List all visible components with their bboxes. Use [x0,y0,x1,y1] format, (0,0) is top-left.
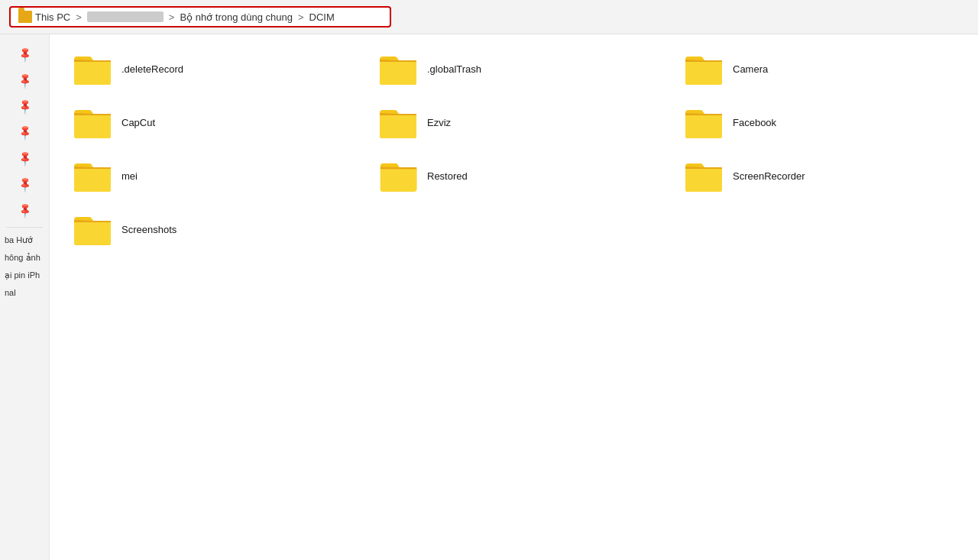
pin-icon-3: 📌 [16,98,34,115]
sidebar-pin-6[interactable]: 📌 [11,173,38,195]
folder-icon-restored [378,159,418,193]
sep-3: > [298,11,304,23]
folder-name-deleteRecord: .deleteRecord [121,63,183,75]
folder-name-screenrecorder: ScreenRecorder [733,170,805,182]
address-bar-wrapper: This PC > > Bộ nhớ trong dùng chung > DC… [0,0,978,34]
folder-icon-deleteRecord [73,52,112,86]
sidebar-pin-2[interactable]: 📌 [11,70,38,91]
sidebar-qa-3[interactable]: ại pin iPh [0,267,49,283]
sidebar-pin-5[interactable]: 📌 [11,147,38,169]
breadcrumb-device-name [87,11,164,22]
sidebar-divider [6,227,43,228]
folder-name-restored: Restored [427,170,468,182]
sep-1: > [76,11,82,23]
sep-2: > [169,11,175,23]
folder-icon-capcut [73,105,112,139]
folder-ezviz[interactable]: Ezviz [371,99,661,145]
folder-capcut[interactable]: CapCut [65,99,355,145]
folder-camera[interactable]: Camera [676,46,967,92]
pin-icon-5: 📌 [16,150,34,167]
pin-icon-4: 📌 [16,124,34,141]
pin-icon-1: 📌 [16,46,34,63]
breadcrumb-this-pc[interactable]: This PC [35,11,70,23]
folder-screenshots[interactable]: Screenshots [65,206,355,252]
sidebar-qa-1[interactable]: ba Hướ [0,232,49,248]
folder-name-globalTrash: .globalTrash [427,63,481,75]
folder-screenrecorder[interactable]: ScreenRecorder [676,153,967,199]
sidebar-pin-4[interactable]: 📌 [11,121,38,143]
breadcrumb-dcim[interactable]: DCIM [309,11,335,23]
sidebar-qa-2[interactable]: hông ảnh [0,250,49,266]
sidebar-qa-4[interactable]: nal [0,285,49,300]
folder-icon-screenshots [73,212,112,246]
address-bar[interactable]: This PC > > Bộ nhớ trong dùng chung > DC… [9,6,391,28]
folder-facebook[interactable]: Facebook [676,99,967,145]
folder-name-capcut: CapCut [121,117,155,128]
folder-name-mei: mei [121,170,138,182]
sidebar: 📌 📌 📌 📌 📌 📌 📌 ba Hướ hông ảnh ại pin iPh… [0,34,50,560]
folder-name-ezviz: Ezviz [427,117,451,128]
folder-name-camera: Camera [733,63,768,75]
main-area: 📌 📌 📌 📌 📌 📌 📌 ba Hướ hông ảnh ại pin iPh… [0,34,978,560]
sidebar-pin-1[interactable]: 📌 [11,44,38,65]
pin-icon-2: 📌 [16,72,34,89]
address-bar-folder-icon [18,11,32,23]
folder-icon-camera [684,52,724,86]
sidebar-pin-7[interactable]: 📌 [11,199,38,221]
sidebar-pin-3[interactable]: 📌 [11,95,38,117]
folder-icon-ezviz [378,105,418,139]
folders-grid: .deleteRecord .globalTrash [65,46,963,252]
folder-name-facebook: Facebook [733,117,776,128]
folder-name-screenshots: Screenshots [121,224,176,235]
pin-icon-6: 📌 [16,176,34,193]
folder-icon-screenrecorder [684,159,724,193]
folder-restored[interactable]: Restored [371,153,661,199]
file-content: .deleteRecord .globalTrash [50,34,978,560]
folder-globalTrash[interactable]: .globalTrash [371,46,661,92]
breadcrumb-storage[interactable]: Bộ nhớ trong dùng chung [180,11,293,23]
folder-deleteRecord[interactable]: .deleteRecord [65,46,355,92]
folder-icon-mei [73,159,112,193]
pin-icon-7: 📌 [16,202,34,219]
folder-mei[interactable]: mei [65,153,355,199]
folder-icon-globalTrash [378,52,418,86]
folder-icon-facebook [684,105,724,139]
